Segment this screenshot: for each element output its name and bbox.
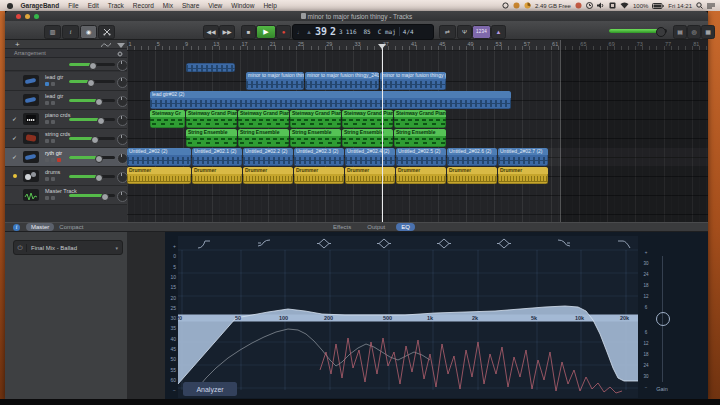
window-title-bar[interactable]: minor to major fusion thingy - Tracks — [5, 11, 708, 21]
apple-menu-icon[interactable] — [7, 3, 13, 9]
tuner-button[interactable]: Ψ — [457, 25, 472, 39]
menu-item-help[interactable]: Help — [259, 2, 281, 9]
menu-item-track[interactable]: Track — [103, 2, 128, 9]
lcd-display[interactable]: ♩ ▲ 39 2 3 116 85 C maj 4/4 — [292, 24, 434, 40]
track-volume-thumb[interactable] — [95, 155, 103, 163]
track-volume-slider[interactable] — [69, 99, 115, 102]
tab-master[interactable]: Master — [26, 223, 54, 231]
analyzer-button[interactable]: Analyzer — [183, 382, 237, 396]
eq-band-bell-icon[interactable] — [437, 235, 451, 246]
track-volume-slider[interactable] — [69, 63, 115, 66]
clock-icon[interactable] — [586, 2, 593, 9]
record-enable-button[interactable] — [57, 158, 61, 162]
track-volume-slider[interactable] — [69, 80, 115, 83]
zoom-button[interactable] — [34, 14, 39, 19]
play-button[interactable]: ▶ — [256, 25, 276, 39]
cycle-button[interactable]: ⇄ — [439, 25, 456, 39]
master-volume-thumb[interactable] — [656, 27, 666, 37]
mute-button[interactable] — [45, 139, 49, 143]
rewind-button[interactable]: ◀◀ — [203, 25, 219, 39]
eq-band-bell-icon[interactable] — [497, 235, 511, 246]
tracks-area[interactable]: minor to major fusion thinminor to major… — [127, 40, 708, 222]
channel-eq-display[interactable]: +051015202530354045505560−20501002005001… — [165, 232, 708, 399]
stop-button[interactable]: ■ — [241, 25, 256, 39]
solo-button[interactable] — [51, 158, 55, 162]
smart-controls-button[interactable]: ◉ — [80, 25, 97, 39]
track-header-ryth-gtr[interactable]: ✓ryth gtr — [5, 148, 127, 167]
mute-button[interactable] — [45, 120, 49, 124]
catch-playhead-icon[interactable] — [117, 43, 125, 48]
track-volume-slider[interactable] — [69, 175, 115, 178]
keyboard-brightness-icon[interactable] — [502, 2, 509, 9]
loop-browser-button[interactable]: ◎ — [687, 25, 701, 39]
track-volume-thumb[interactable] — [87, 79, 95, 87]
region[interactable]: minor to major fusion thin — [246, 72, 304, 90]
region[interactable]: lead gtr#02 (2) — [150, 91, 511, 109]
region[interactable]: String Ensemble — [394, 129, 446, 147]
eq-band-lowpass-icon[interactable] — [617, 235, 631, 246]
region[interactable]: minor to major fusion thingy_2404 (2) — [305, 72, 379, 90]
mute-button[interactable] — [45, 177, 49, 181]
region[interactable]: Steinway Gr — [150, 110, 185, 128]
track-header-row0[interactable] — [5, 58, 127, 71]
region[interactable]: String Ensemble — [186, 129, 237, 147]
track-header-lead-gtr[interactable]: lead gtr — [5, 72, 127, 91]
region[interactable]: Steinway Grand Piano — [394, 110, 446, 128]
info-button[interactable]: i — [13, 224, 20, 231]
solo-button[interactable] — [51, 139, 55, 143]
editors-button[interactable] — [98, 25, 115, 39]
track-volume-thumb[interactable] — [91, 136, 99, 144]
tab-compact[interactable]: Compact — [54, 223, 88, 231]
spotlight-icon[interactable] — [696, 2, 703, 9]
media-browser-button[interactable]: ▦ — [701, 25, 715, 39]
track-enable-check[interactable]: ✓ — [12, 115, 17, 122]
tab-output[interactable]: Output — [362, 223, 390, 231]
track-volume-thumb[interactable] — [89, 62, 97, 70]
automation-icon[interactable] — [101, 42, 111, 48]
track-volume-slider[interactable] — [69, 118, 115, 121]
wifi-icon[interactable] — [620, 2, 629, 9]
solo-button[interactable] — [51, 177, 55, 181]
region[interactable] — [186, 63, 235, 72]
region[interactable]: Drummer — [345, 167, 395, 184]
region[interactable]: Untitled_2#02.5 (2) — [396, 148, 446, 166]
region[interactable]: Untitled_2#02 (2) — [127, 148, 191, 166]
region[interactable]: Untitled_2#02.7 (2) — [498, 148, 548, 166]
region[interactable]: Steinway Grand Piano — [290, 110, 341, 128]
notification-center-icon[interactable] — [707, 3, 715, 9]
forward-button[interactable]: ▶▶ — [219, 25, 235, 39]
menu-item-garageband[interactable]: GarageBand — [16, 2, 64, 9]
master-volume-slider[interactable] — [609, 29, 667, 33]
menu-item-window[interactable]: Window — [227, 2, 259, 9]
mute-button[interactable] — [45, 196, 49, 200]
library-button[interactable]: ▥ — [44, 25, 61, 39]
mute-button[interactable] — [45, 101, 49, 105]
track-header-piano-crds[interactable]: ✓piano crds — [5, 110, 127, 129]
region[interactable]: Drummer — [447, 167, 497, 184]
track-enable-check[interactable]: ✓ — [12, 153, 17, 160]
region[interactable]: Untitled_2#02.1 (2) — [192, 148, 242, 166]
close-button[interactable] — [16, 14, 21, 19]
gear-icon[interactable] — [117, 51, 123, 57]
minimize-button[interactable] — [25, 14, 30, 19]
region[interactable]: Drummer — [396, 167, 446, 184]
solo-button[interactable] — [51, 120, 55, 124]
arrangement-bar[interactable]: Arrangement — [5, 49, 127, 58]
track-volume-thumb[interactable] — [101, 193, 109, 201]
notepad-button[interactable]: ▤ — [673, 25, 687, 39]
playhead[interactable] — [382, 44, 383, 222]
track-header-string-crds[interactable]: ✓string crds — [5, 129, 127, 148]
track-enable-check[interactable]: ✓ — [12, 134, 17, 141]
playhead-handle[interactable] — [378, 44, 386, 49]
quick-help-button[interactable]: i — [62, 25, 79, 39]
solo-button[interactable] — [51, 82, 55, 86]
track-volume-slider[interactable] — [69, 137, 115, 140]
eq-band-highpass-icon[interactable] — [197, 235, 211, 246]
mute-button[interactable] — [45, 158, 49, 162]
track-header-drums[interactable]: drums — [5, 167, 127, 186]
menu-item-mix[interactable]: Mix — [158, 2, 177, 9]
region[interactable]: Steinway Grand Piano — [342, 110, 393, 128]
count-in-button[interactable]: 1234 — [472, 25, 491, 39]
tab-effects[interactable]: Effects — [328, 223, 356, 231]
track-header-Master-Track[interactable]: Master Track — [5, 186, 127, 205]
